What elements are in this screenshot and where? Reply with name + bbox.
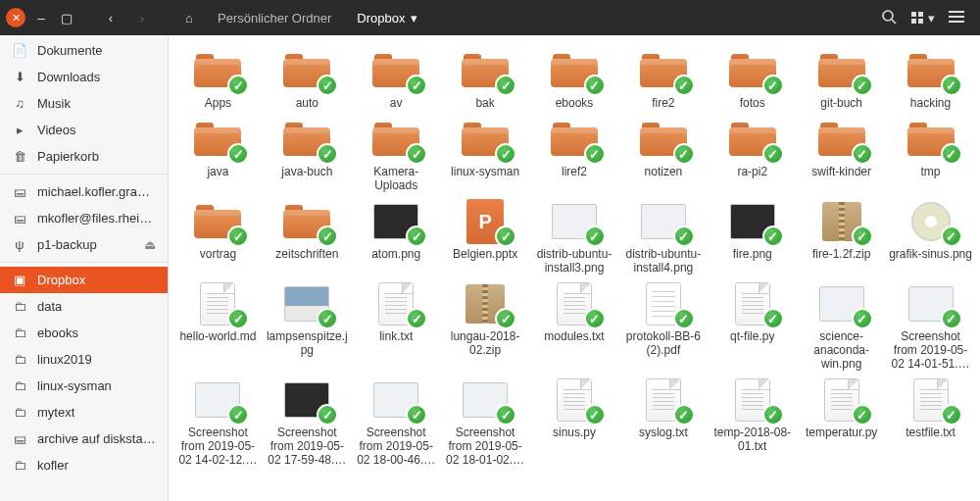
file-item[interactable]: ✓fire2 [619,47,707,112]
nav-forward-button[interactable]: › [129,4,155,31]
sidebar-item-mount-1[interactable]: 🖴mkofler@files.rhei… [0,205,168,231]
file-item[interactable]: ✓fire-1.2f.zip [798,198,885,276]
file-item[interactable]: ✓notizen [619,116,707,194]
file-item[interactable]: ✓atom.png [353,198,440,276]
file-item[interactable]: ✓syslog.txt [619,376,707,469]
file-item[interactable]: ✓Screenshot from 2019-05-02 18-00-46.… [353,376,440,469]
drive-icon: 🖴 [12,431,27,446]
file-item[interactable]: P✓Belgien.pptx [442,198,529,276]
file-item[interactable]: ✓java [174,116,262,194]
home-icon[interactable]: ⌂ [176,4,202,31]
sync-ok-badge-icon: ✓ [941,143,962,165]
window-minimize-button[interactable]: – [31,8,51,27]
file-item[interactable]: ✓hacking [887,47,974,112]
folder-icon: 🗀 [12,405,27,420]
file-item[interactable]: ✓av [353,47,440,112]
folder-icon: ✓ [636,49,691,92]
sidebar-item-bookmark-4[interactable]: 🗀linux-sysman [0,373,168,399]
file-item[interactable]: ✓tmp [887,116,974,194]
sidebar-item-bookmark-6[interactable]: 🖴archive auf diskstat… [0,426,168,452]
sync-ok-badge-icon: ✓ [227,404,249,426]
sidebar-item-bookmark-5[interactable]: 🗀mytext [0,399,168,426]
sidebar-item-mount-0[interactable]: 🖴michael.kofler.graz… [0,178,168,205]
sidebar-item-place-1[interactable]: ⬇Downloads [0,64,168,90]
file-item[interactable]: ✓Apps [174,47,262,112]
file-item[interactable]: ✓link.txt [353,280,440,373]
folder-icon: ✓ [814,118,869,161]
search-icon[interactable] [881,9,897,27]
file-item[interactable]: ✓protokoll-BB-6 (2).pdf [619,280,707,373]
breadcrumb-current[interactable]: Dropbox ▾ [347,4,427,31]
nav-back-button[interactable]: ‹ [98,4,123,31]
file-name-label: liref2 [562,165,587,178]
file-item[interactable]: ✓auto [264,47,351,112]
file-item[interactable]: ✓linux-sysman [442,116,529,194]
file-item[interactable]: ✓Screenshot from 2019-05-02 14-02-12.… [174,376,262,469]
sidebar-item-bookmark-3[interactable]: 🗀linux2019 [0,346,168,373]
file-item[interactable]: ✓grafik-sinus.png [887,198,974,276]
file-item[interactable]: ✓distrib-ubuntu-install3.png [531,198,618,276]
file-item[interactable]: ✓ebooks [531,47,618,112]
file-item[interactable]: ✓ra-pi2 [709,116,796,194]
sidebar-item-bookmark-2[interactable]: 🗀ebooks [0,320,168,346]
sidebar-item-bookmark-0[interactable]: ▣Dropbox [0,267,168,293]
file-item[interactable]: ✓testfile.txt [887,376,974,469]
file-name-label: grafik-sinus.png [889,247,972,261]
file-item[interactable]: ✓lampsenspitze.jpg [264,280,351,373]
view-mode-button[interactable]: ▾ [910,11,935,25]
sidebar-item-mount-2[interactable]: ψp1-backup⏏ [0,231,168,258]
eject-icon[interactable]: ⏏ [144,237,156,252]
file-item[interactable]: ✓distrib-ubuntu-install4.png [619,198,707,276]
file-item[interactable]: ✓temperatur.py [798,376,885,469]
sidebar-item-place-4[interactable]: 🗑Papierkorb [0,143,168,170]
file-item[interactable]: ✓qt-file.py [709,280,796,373]
file-item[interactable]: ✓fire.png [709,198,796,276]
file-item[interactable]: ✓lungau-2018-02.zip [442,280,529,373]
file-item[interactable]: ✓zeitschriften [264,198,351,276]
file-item[interactable]: ✓java-buch [264,116,351,194]
sidebar-item-bookmark-7[interactable]: 🗀kofler [0,452,168,478]
sync-ok-badge-icon: ✓ [317,225,338,247]
sidebar-item-bookmark-1[interactable]: 🗀data [0,293,168,320]
file-name-label: zeitschriften [275,247,338,261]
folder-icon: 🗀 [12,352,27,367]
file-item[interactable]: ✓sinus.py [531,376,618,469]
window-close-button[interactable]: ✕ [6,8,25,27]
file-item[interactable]: ✓science-anaconda-win.png [798,280,885,373]
hamburger-menu-button[interactable] [949,10,964,26]
file-name-label: temp-2018-08-01.txt [710,426,794,453]
drive-icon: 🖴 [12,211,27,225]
file-view[interactable]: ✓Apps✓auto✓av✓bak✓ebooks✓fire2✓fotos✓git… [169,35,980,501]
file-item[interactable]: ✓bak [442,47,529,112]
breadcrumb-dropdown-icon[interactable]: ▾ [411,11,417,25]
sync-ok-badge-icon: ✓ [852,75,873,96]
file-item[interactable]: ✓swift-kinder [798,116,885,194]
download-icon: ⬇ [12,70,27,84]
file-name-label: bak [475,96,494,110]
file-item[interactable]: ✓vortrag [174,198,262,276]
folder-icon: ✓ [725,118,780,161]
breadcrumb-home[interactable]: Persönlicher Ordner [208,4,341,31]
file-item[interactable]: ✓liref2 [531,116,618,194]
file-name-label: Belgien.pptx [453,247,517,261]
file-item[interactable]: ✓Screenshot from 2019-05-02 14-01-51.… [887,280,974,373]
file-item[interactable]: ✓fotos [709,47,796,112]
file-item[interactable]: ✓modules.txt [531,280,618,373]
text-icon: ✓ [814,378,869,422]
window-maximize-button[interactable]: ▢ [57,8,76,27]
thumb-light-icon: ✓ [190,378,245,422]
folder-icon: 🗀 [12,326,27,340]
file-item[interactable]: ✓Screenshot from 2019-05-02 17-59-48.… [264,376,351,469]
file-name-label: Screenshot from 2019-05-02 18-01-02.… [444,426,527,467]
file-item[interactable]: ✓temp-2018-08-01.txt [709,376,796,469]
sidebar-item-place-3[interactable]: ▸Videos [0,117,168,143]
folder-icon: ✓ [279,49,334,92]
sidebar-item-place-2[interactable]: ♫Musik [0,90,168,117]
file-item[interactable]: ✓hello-world.md [174,280,262,373]
sidebar-item-place-0[interactable]: 📄Dokumente [0,37,168,64]
file-item[interactable]: ✓Screenshot from 2019-05-02 18-01-02.… [442,376,529,469]
file-item[interactable]: ✓git-buch [798,47,885,112]
folder-icon: 🗀 [12,299,27,314]
file-item[interactable]: ✓Kamera-Uploads [353,116,440,194]
text-icon: ✓ [725,378,780,422]
